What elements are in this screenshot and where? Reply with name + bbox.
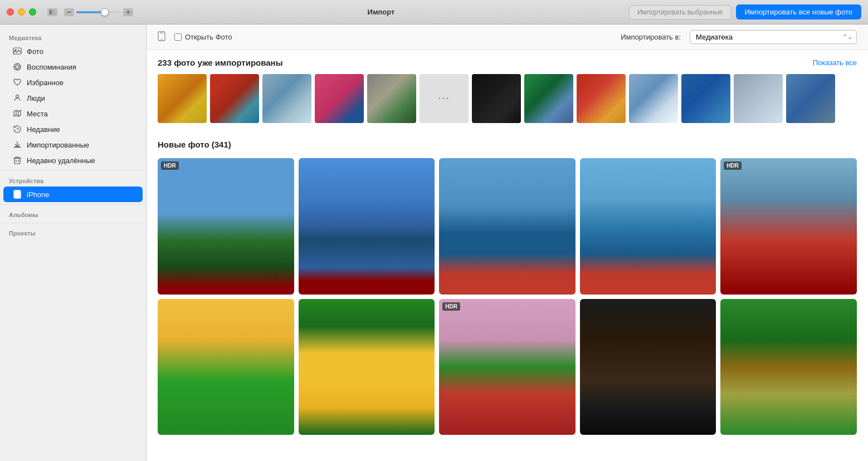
- new-photo-9[interactable]: [580, 299, 716, 435]
- recent-icon: [12, 124, 22, 134]
- sidebar-item-recent[interactable]: Недавние: [3, 121, 143, 137]
- projects-section-label: Проекты: [0, 225, 146, 239]
- svg-point-10: [16, 65, 19, 68]
- svg-rect-0: [50, 10, 52, 14]
- import-to-label: Импортировать в:: [621, 33, 681, 41]
- svg-rect-22: [14, 158, 20, 164]
- photo-icon: [12, 46, 22, 56]
- open-photo-checkbox[interactable]: [174, 33, 182, 41]
- memories-icon: [12, 62, 22, 72]
- imported-thumb-11[interactable]: [681, 74, 730, 123]
- new-photo-1[interactable]: HDR: [158, 158, 294, 295]
- zoom-out-button[interactable]: [64, 8, 74, 16]
- zoom-slider[interactable]: [76, 11, 121, 13]
- sidebar-item-iphone[interactable]: iPhone: [3, 187, 143, 202]
- new-photos-title: Новые фото (341): [158, 140, 231, 149]
- open-photo-checkbox-label[interactable]: Открыть Фото: [174, 33, 232, 41]
- sidebar-item-favorites-label: Избранное: [27, 79, 64, 87]
- window-controls: [47, 8, 57, 16]
- import-icon: [12, 140, 22, 150]
- trash-icon: [12, 155, 22, 165]
- open-photo-label-text: Открыть Фото: [185, 33, 232, 41]
- destination-select[interactable]: Медиатека: [690, 30, 857, 44]
- hdr-badge-5: HDR: [724, 161, 742, 170]
- sidebar-item-memories-label: Воспоминания: [27, 63, 76, 71]
- svg-rect-4: [67, 12, 71, 13]
- window-title: Импорт: [138, 8, 625, 16]
- imported-thumb-10[interactable]: [629, 74, 678, 123]
- sidebar-item-favorites[interactable]: Избранное: [3, 75, 143, 90]
- sidebar-divider-3: [0, 223, 146, 223]
- new-photo-3[interactable]: [439, 158, 576, 295]
- imported-thumb-9[interactable]: [577, 74, 626, 123]
- imported-thumb-12[interactable]: [734, 74, 783, 123]
- imported-thumb-more[interactable]: ···: [420, 74, 469, 123]
- heart-icon: [12, 77, 22, 87]
- svg-rect-3: [52, 13, 55, 14]
- new-photo-5[interactable]: HDR: [720, 158, 857, 295]
- svg-rect-6: [128, 10, 129, 14]
- imported-thumb-2[interactable]: [210, 74, 259, 123]
- person-icon: [12, 93, 22, 103]
- import-all-button[interactable]: Импортировать все новые фото: [736, 4, 862, 19]
- imported-thumb-13[interactable]: [786, 74, 835, 123]
- zoom-in-button[interactable]: [123, 8, 133, 16]
- svg-rect-2: [52, 12, 55, 13]
- sidebar-item-deleted[interactable]: Недавно удалённые: [3, 153, 143, 168]
- already-imported-header: 233 фото уже импортированы Показать все: [147, 50, 868, 72]
- svg-point-15: [16, 95, 19, 98]
- albums-section-label: Альбомы: [0, 207, 146, 220]
- new-photo-4[interactable]: [580, 158, 716, 295]
- zoom-slider-container: [64, 8, 133, 16]
- sidebar-item-photos-label: Фото: [27, 47, 43, 56]
- content-area: Открыть Фото Импортировать в: Медиатека …: [147, 24, 868, 461]
- hdr-badge-8: HDR: [442, 302, 460, 311]
- sidebar-item-people-label: Люди: [27, 94, 45, 102]
- new-photo-7[interactable]: [299, 299, 435, 435]
- sidebar-divider-1: [0, 170, 146, 171]
- traffic-lights: [7, 8, 36, 16]
- sidebar-item-iphone-label: iPhone: [27, 190, 49, 199]
- imported-thumb-8[interactable]: [524, 74, 573, 123]
- svg-rect-1: [52, 10, 55, 11]
- sidebar-item-people[interactable]: Люди: [3, 90, 143, 106]
- device-icon: [158, 31, 165, 43]
- imported-thumb-1[interactable]: [158, 74, 207, 123]
- new-photo-2[interactable]: [299, 158, 435, 295]
- imported-photo-strip[interactable]: ···: [147, 72, 868, 132]
- import-bar: Открыть Фото Импортировать в: Медиатека …: [147, 24, 868, 50]
- hdr-badge-1: HDR: [161, 161, 179, 170]
- new-photo-8[interactable]: HDR: [439, 299, 576, 435]
- sidebar-item-imported[interactable]: Импортированные: [3, 137, 143, 153]
- maximize-button[interactable]: [29, 8, 36, 16]
- new-photo-6[interactable]: [158, 299, 294, 435]
- sidebar-item-places-label: Места: [27, 110, 48, 118]
- sidebar-item-places[interactable]: Места: [3, 106, 143, 121]
- new-photos-header: Новые фото (341): [147, 132, 868, 154]
- close-button[interactable]: [7, 8, 14, 16]
- imported-thumb-5[interactable]: [367, 74, 416, 123]
- map-icon: [12, 109, 22, 119]
- new-photos-grid: HDR HDR HDR: [147, 154, 868, 446]
- header-buttons: Импортировать выбранные Импортировать вс…: [629, 4, 861, 19]
- already-imported-title: 233 фото уже импортированы: [158, 58, 283, 67]
- import-selected-button[interactable]: Импортировать выбранные: [629, 5, 732, 19]
- iphone-icon: [12, 189, 22, 199]
- sidebar-item-memories[interactable]: Воспоминания: [3, 59, 143, 75]
- devices-section-label: Устройства: [0, 173, 146, 187]
- sidebar-item-photos[interactable]: Фото: [3, 43, 143, 59]
- show-all-link[interactable]: Показать все: [813, 58, 857, 67]
- sidebar-item-deleted-label: Недавно удалённые: [27, 156, 95, 165]
- svg-point-28: [17, 197, 18, 198]
- imported-thumb-7[interactable]: [472, 74, 521, 123]
- imported-thumb-3[interactable]: [262, 74, 311, 123]
- destination-select-wrapper: Медиатека ⌃⌄: [690, 30, 857, 44]
- sidebar: Медиатека Фото Воспоминания Избранное Лю…: [0, 24, 147, 461]
- svg-point-31: [161, 38, 162, 40]
- new-photo-10[interactable]: [720, 299, 857, 435]
- minimize-button[interactable]: [18, 8, 25, 16]
- sidebar-toggle-button[interactable]: [47, 8, 57, 16]
- imported-thumb-4[interactable]: [315, 74, 364, 123]
- sidebar-divider-2: [0, 204, 146, 205]
- titlebar: Импорт Импортировать выбранные Импортиро…: [0, 0, 868, 24]
